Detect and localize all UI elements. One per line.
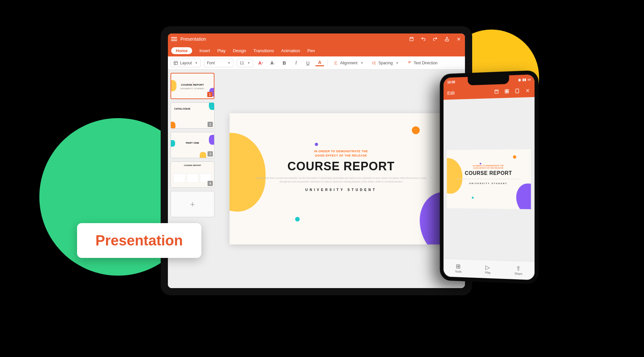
svg-rect-0 xyxy=(410,37,413,41)
redo-icon[interactable] xyxy=(432,36,438,42)
phone-slide-title: COURSE REPORT xyxy=(447,170,531,176)
tab-design[interactable]: Design xyxy=(233,48,246,53)
alignment-dropdown[interactable]: Alignment▼ xyxy=(331,59,366,67)
svg-rect-3 xyxy=(495,90,498,94)
close-icon[interactable] xyxy=(525,88,531,94)
battery-icon: ▭ xyxy=(528,77,531,81)
current-slide[interactable]: IN ORDER TO DEMONSTRATE THE GOOD EFFECT … xyxy=(230,113,453,244)
slide-canvas[interactable]: IN ORDER TO DEMONSTRATE THE GOOD EFFECT … xyxy=(217,70,465,288)
decor-blob xyxy=(171,122,175,129)
thumb-4-title: COURSE REPORT xyxy=(171,164,214,166)
text-direction-dropdown[interactable]: Text Direction xyxy=(405,59,440,67)
thumb-2-title: CATALOGUE xyxy=(174,107,190,110)
edit-button[interactable]: Edit xyxy=(447,90,455,96)
font-size-value: 11 xyxy=(240,61,244,65)
undo-icon[interactable] xyxy=(420,36,426,42)
close-icon[interactable] xyxy=(456,36,462,42)
thumb-number: 2 xyxy=(208,122,213,127)
text-direction-icon xyxy=(407,61,412,65)
tablet-device: Presentation Home Insert Play Design Tra… xyxy=(161,26,472,295)
slide-footer: UNIVERSITY STUDENT xyxy=(230,188,453,192)
layout-dropdown[interactable]: Layout▼ xyxy=(171,59,201,67)
phone-slide-eyebrow-2: GOOD EFFECT OF THE RELEASE xyxy=(447,167,531,169)
slide-eyebrow-2: GOOD EFFECT OF THE RELEASE xyxy=(230,154,453,158)
font-label: Font xyxy=(207,61,215,65)
share-icon[interactable] xyxy=(444,36,450,42)
svg-rect-8 xyxy=(516,89,519,93)
spacing-dropdown[interactable]: Spacing▼ xyxy=(369,59,401,67)
save-icon[interactable] xyxy=(494,89,500,95)
separator xyxy=(327,59,328,67)
share-icon: ⇪ xyxy=(516,265,521,271)
layout-icon xyxy=(173,61,178,65)
font-dropdown[interactable]: Font ▼ xyxy=(204,59,233,67)
add-slide-button[interactable]: + xyxy=(171,191,214,217)
decor-card xyxy=(187,174,198,183)
thumb-number: 4 xyxy=(208,181,213,186)
tab-pen[interactable]: Pen xyxy=(307,48,315,53)
thumbnail-1[interactable]: ━ COURSE REPORT UNIVERSITY STUDENT 1 xyxy=(171,73,214,99)
tools-icon: ⊞ xyxy=(456,263,461,269)
titlebar: Presentation xyxy=(168,33,465,45)
thumb-number: 3 xyxy=(208,151,213,157)
play-button[interactable]: ▷ Play xyxy=(485,264,491,274)
tab-insert[interactable]: Insert xyxy=(199,48,210,53)
spacing-label: Spacing xyxy=(378,61,392,65)
tablet-screen: Presentation Home Insert Play Design Tra… xyxy=(168,33,465,288)
text-direction-label: Text Direction xyxy=(414,61,438,65)
decor-line xyxy=(456,179,521,179)
decor-dot-purple xyxy=(480,163,481,164)
slide-eyebrow-1: IN ORDER TO DEMONSTRATE THE xyxy=(230,149,453,154)
decor-dot-teal xyxy=(472,197,474,199)
spacing-icon xyxy=(372,61,376,65)
phone-slide[interactable]: IN ORDER TO DEMONSTRATE THE GOOD EFFECT … xyxy=(447,149,531,209)
tab-play[interactable]: Play xyxy=(217,48,226,53)
tools-button[interactable]: ⊞ Tools xyxy=(455,263,462,273)
phone-notch xyxy=(468,75,509,86)
workspace: ━ COURSE REPORT UNIVERSITY STUDENT 1 CAT… xyxy=(168,70,465,288)
grid-icon[interactable] xyxy=(504,88,510,94)
panel-icon[interactable] xyxy=(514,88,520,94)
svg-rect-5 xyxy=(507,90,509,91)
tab-animation[interactable]: Animation xyxy=(281,48,300,53)
tools-label: Tools xyxy=(455,270,462,273)
thumb-1-sub: UNIVERSITY STUDENT xyxy=(171,88,214,90)
slide-title: COURSE REPORT xyxy=(230,159,453,173)
phone-slide-text: IN ORDER TO DEMONSTRATE THE GOOD EFFECT … xyxy=(447,164,531,184)
phone-screen: 18:00 ◉ ▮▮ ▭ Edit xyxy=(444,74,535,280)
bold-icon[interactable]: B xyxy=(280,59,289,67)
svg-rect-2 xyxy=(174,61,178,65)
svg-rect-4 xyxy=(505,90,507,91)
font-size-dropdown[interactable]: 11 ▼ xyxy=(237,59,253,67)
font-color-icon[interactable]: A xyxy=(315,60,324,66)
tab-home[interactable]: Home xyxy=(171,47,192,54)
phone-canvas[interactable]: IN ORDER TO DEMONSTRATE THE GOOD EFFECT … xyxy=(444,97,535,262)
decor-blob xyxy=(200,152,206,158)
slide-text: IN ORDER TO DEMONSTRATE THE GOOD EFFECT … xyxy=(230,149,453,192)
underline-icon[interactable]: U xyxy=(304,59,312,67)
toolbar: Layout▼ Font ▼ 11 ▼ A+ A- B I U A Alignm… xyxy=(168,56,465,70)
save-icon[interactable] xyxy=(409,36,414,42)
thumb-number: 1 xyxy=(207,92,212,97)
thumbnail-4[interactable]: COURSE REPORT 4 xyxy=(171,161,214,188)
increase-font-icon[interactable]: A+ xyxy=(256,59,265,67)
ribbon-tabs: Home Insert Play Design Transitions Anim… xyxy=(168,45,465,56)
signal-icon: ▮▮ xyxy=(522,77,526,81)
thumbnail-3[interactable]: PART ONE 3 xyxy=(171,132,214,158)
alignment-label: Alignment xyxy=(340,61,357,65)
decor-card xyxy=(173,174,185,183)
play-icon: ▷ xyxy=(486,264,490,270)
italic-icon[interactable]: I xyxy=(292,59,300,67)
tab-transitions[interactable]: Transitions xyxy=(253,48,274,53)
svg-rect-6 xyxy=(505,92,507,93)
thumb-1-title: COURSE REPORT xyxy=(171,83,214,86)
decor-dot-orange xyxy=(412,126,420,134)
thumb-3-title: PART ONE xyxy=(171,141,214,144)
share-label: Share xyxy=(514,272,522,275)
thumbnail-2[interactable]: CATALOGUE 2 xyxy=(171,102,214,129)
slide-body: Your text has been concise and beautiful… xyxy=(256,177,426,183)
share-button[interactable]: ⇪ Share xyxy=(514,265,522,275)
decrease-font-icon[interactable]: A- xyxy=(268,59,277,67)
menu-icon[interactable] xyxy=(171,37,177,41)
decor-blob xyxy=(209,102,214,110)
